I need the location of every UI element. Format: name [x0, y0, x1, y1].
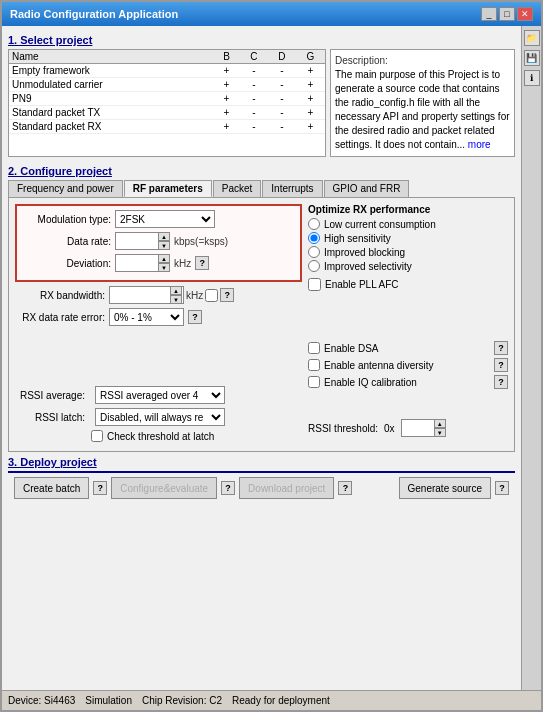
create-batch-help[interactable]: ?	[93, 481, 107, 495]
table-row[interactable]: Empty framework + - - +	[9, 64, 325, 78]
spacer-area	[308, 291, 508, 341]
radio-high-sensitivity-input[interactable]	[308, 232, 320, 244]
content-area: 1. Select project Name B C D G	[2, 26, 541, 690]
cell-c: -	[240, 92, 268, 106]
cell-name: PN9	[9, 92, 213, 106]
rssi-spin-up[interactable]: ▲	[434, 419, 446, 428]
cell-g: +	[296, 120, 325, 134]
radio-high-sensitivity: High sensitivity	[308, 232, 508, 244]
rx-data-rate-select[interactable]: 0% - 1% 1% - 2% 2% - 5%	[109, 308, 184, 326]
more-link[interactable]: more	[468, 139, 491, 150]
description-label: Description:	[335, 54, 510, 68]
section1-title: 1. Select project	[8, 34, 515, 46]
deviation-spin-up[interactable]: ▲	[158, 254, 170, 263]
rssi-spin-down[interactable]: ▼	[434, 428, 446, 437]
deviation-spinner: 5.000 ▲ ▼	[115, 254, 170, 272]
download-project-button[interactable]: Download project	[239, 477, 334, 499]
rssi-section: RSSI average: RSSI averaged over 4 RSSI …	[15, 386, 302, 442]
check-threshold-row: Check threshold at latch	[91, 430, 302, 442]
cell-b: +	[213, 120, 240, 134]
tab-frequency-power[interactable]: Frequency and power	[8, 180, 123, 197]
antenna-label: Enable antenna diversity	[324, 360, 490, 371]
section2: 2. Configure project Frequency and power…	[8, 161, 515, 452]
folder-icon[interactable]: 📁	[524, 30, 540, 46]
create-batch-button[interactable]: Create batch	[14, 477, 89, 499]
configure-evaluate-help[interactable]: ?	[221, 481, 235, 495]
radio-low-current-input[interactable]	[308, 218, 320, 230]
rx-bandwidth-help[interactable]: ?	[220, 288, 234, 302]
rx-bw-spin-down[interactable]: ▼	[170, 295, 182, 304]
rssi-threshold-row: RSSI threshold: 0x FF ▲ ▼	[308, 419, 508, 437]
rf-left: Modulation type: 2FSK 2GFSK 4FSK OOK CW	[15, 204, 302, 445]
rssi-threshold-spinner: FF ▲ ▼	[401, 419, 446, 437]
download-help[interactable]: ?	[338, 481, 352, 495]
cell-c: -	[240, 120, 268, 134]
modulation-row: Modulation type: 2FSK 2GFSK 4FSK OOK CW	[21, 210, 296, 228]
deploy-bar: Create batch ? Configure&evaluate ? Down…	[8, 471, 515, 503]
cell-name: Empty framework	[9, 64, 213, 78]
cell-b: +	[213, 106, 240, 120]
rssi-latch-row: RSSI latch: Disabled, will always re Ena…	[15, 408, 302, 426]
data-rate-spinner-buttons: ▲ ▼	[158, 232, 170, 250]
antenna-help[interactable]: ?	[494, 358, 508, 372]
data-rate-spin-up[interactable]: ▲	[158, 232, 170, 241]
modulation-label: Modulation type:	[21, 214, 111, 225]
cell-d: -	[268, 78, 296, 92]
rx-bw-spin-up[interactable]: ▲	[170, 286, 182, 295]
iq-help[interactable]: ?	[494, 375, 508, 389]
data-rate-spin-down[interactable]: ▼	[158, 241, 170, 250]
configure-evaluate-button[interactable]: Configure&evaluate	[111, 477, 217, 499]
generate-source-button[interactable]: Generate source	[399, 477, 492, 499]
table-row[interactable]: PN9 + - - +	[9, 92, 325, 106]
rssi-average-select[interactable]: RSSI averaged over 4 RSSI averaged over …	[95, 386, 225, 404]
dsa-help[interactable]: ?	[494, 341, 508, 355]
rx-bandwidth-row: RX bandwidth: Auto-Calc ▲ ▼	[15, 286, 302, 304]
info-icon[interactable]: ℹ	[524, 70, 540, 86]
tab-gpio-frr[interactable]: GPIO and FRR	[324, 180, 410, 197]
data-rate-input[interactable]: 1.200	[116, 235, 158, 248]
antenna-checkbox[interactable]	[308, 359, 320, 371]
tab-rf-parameters[interactable]: RF parameters	[124, 180, 212, 197]
radio-improved-blocking: Improved blocking	[308, 246, 508, 258]
rx-bandwidth-spinner: Auto-Calc ▲ ▼	[109, 286, 184, 304]
cell-b: +	[213, 78, 240, 92]
generate-source-help[interactable]: ?	[495, 481, 509, 495]
dsa-row: Enable DSA ?	[308, 341, 508, 355]
table-row[interactable]: Standard packet RX + - - +	[9, 120, 325, 134]
save-icon[interactable]: 💾	[524, 50, 540, 66]
tab-packet[interactable]: Packet	[213, 180, 262, 197]
rx-data-rate-help[interactable]: ?	[188, 310, 202, 324]
deviation-spin-down[interactable]: ▼	[158, 263, 170, 272]
cell-g: +	[296, 92, 325, 106]
title-bar: Radio Configuration Application _ □ ✕	[2, 2, 541, 26]
radio-improved-selectivity-input[interactable]	[308, 260, 320, 272]
deviation-input[interactable]: 5.000	[116, 257, 158, 270]
rx-bandwidth-checkbox[interactable]	[205, 289, 218, 302]
chip-revision-status: Chip Revision: C2	[142, 695, 222, 706]
rssi-threshold-input[interactable]: FF	[402, 422, 434, 435]
pll-checkbox[interactable]	[308, 278, 321, 291]
cell-d: -	[268, 64, 296, 78]
iq-checkbox[interactable]	[308, 376, 320, 388]
deviation-help-button[interactable]: ?	[195, 256, 209, 270]
dsa-checkbox[interactable]	[308, 342, 320, 354]
rssi-latch-select[interactable]: Disabled, will always re Enabled	[95, 408, 225, 426]
rssi-average-label: RSSI average:	[15, 390, 85, 401]
radio-improved-blocking-input[interactable]	[308, 246, 320, 258]
minimize-button[interactable]: _	[481, 7, 497, 21]
table-row[interactable]: Unmodulated carrier + - - +	[9, 78, 325, 92]
restore-button[interactable]: □	[499, 7, 515, 21]
modulation-select[interactable]: 2FSK 2GFSK 4FSK OOK CW	[115, 210, 215, 228]
status-bar: Device: Si4463 Simulation Chip Revision:…	[2, 690, 541, 710]
cell-d: -	[268, 92, 296, 106]
rx-bandwidth-input[interactable]: Auto-Calc	[110, 289, 170, 302]
modulation-group: Modulation type: 2FSK 2GFSK 4FSK OOK CW	[15, 204, 302, 282]
table-row[interactable]: Standard packet TX + - - +	[9, 106, 325, 120]
tab-interrupts[interactable]: Interrupts	[262, 180, 322, 197]
check-threshold-checkbox[interactable]	[91, 430, 103, 442]
deviation-spinner-buttons: ▲ ▼	[158, 254, 170, 272]
data-rate-unit: kbps(=ksps)	[174, 236, 228, 247]
cell-b: +	[213, 92, 240, 106]
close-button[interactable]: ✕	[517, 7, 533, 21]
app-window: Radio Configuration Application _ □ ✕ 1.…	[0, 0, 543, 712]
